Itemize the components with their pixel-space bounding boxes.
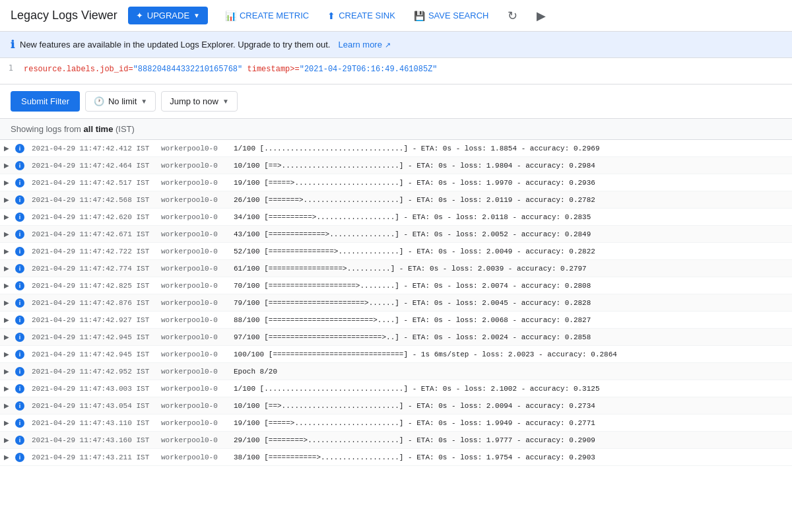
query-text[interactable]: resource.labels.job_id="8882048443322101… [21,63,792,76]
log-row[interactable]: ▶ i 2021-04-29 11:47:43.211 IST workerpo… [0,449,792,466]
app-title: Legacy Logs Viewer [11,9,117,22]
log-timestamp: 2021-04-29 11:47:42.774 IST [26,265,158,273]
log-row[interactable]: ▶ i 2021-04-29 11:47:42.412 IST workerpo… [0,140,792,157]
submit-filter-button[interactable]: Submit Filter [11,91,80,112]
expand-icon[interactable]: ▶ [0,162,13,169]
log-source: workerpool0-0 [158,230,231,238]
log-message: 70/100 [====================>........] -… [231,282,792,290]
info-severity-icon: i [15,264,24,273]
log-message: 79/100 [======================>......] -… [231,299,792,307]
info-severity-icon: i [15,333,24,342]
log-row[interactable]: ▶ i 2021-04-29 11:47:42.774 IST workerpo… [0,260,792,277]
info-severity-icon: i [15,367,24,376]
log-row[interactable]: ▶ i 2021-04-29 11:47:42.927 IST workerpo… [0,312,792,329]
severity-badge: i [13,144,26,153]
showing-text: Showing logs from all time (IST) [0,119,792,140]
log-source: workerpool0-0 [158,162,231,170]
log-message: 1/100 [................................]… [231,385,792,393]
expand-icon[interactable]: ▶ [0,179,13,186]
severity-badge: i [13,281,26,290]
query-editor[interactable]: 1 resource.labels.job_id="88820484433221… [0,58,792,84]
expand-icon[interactable]: ▶ [0,436,13,444]
severity-badge: i [13,316,26,325]
log-row[interactable]: ▶ i 2021-04-29 11:47:42.945 IST workerpo… [0,329,792,346]
expand-icon[interactable]: ▶ [0,230,13,238]
log-row[interactable]: ▶ i 2021-04-29 11:47:43.003 IST workerpo… [0,380,792,397]
expand-icon[interactable]: ▶ [0,419,13,426]
external-link-icon: ↗ [385,41,391,49]
log-row[interactable]: ▶ i 2021-04-29 11:47:42.722 IST workerpo… [0,243,792,260]
expand-icon[interactable]: ▶ [0,196,13,203]
no-limit-dropdown[interactable]: 🕐 No limit ▼ [85,91,156,112]
upgrade-label: UPGRADE [147,11,189,20]
log-timestamp: 2021-04-29 11:47:42.722 IST [26,248,158,255]
chart-icon: 📊 [225,11,236,21]
upgrade-star-icon: ✦ [136,11,143,20]
severity-badge: i [13,247,26,256]
log-row[interactable]: ▶ i 2021-04-29 11:47:42.568 IST workerpo… [0,191,792,209]
log-message: 10/100 [==>...........................] … [231,162,792,170]
expand-icon[interactable]: ▶ [0,248,13,255]
save-search-button[interactable]: 💾 SAVE SEARCH [407,7,496,25]
info-severity-icon: i [15,401,24,411]
learn-more-link[interactable]: Learn more ↗ [338,40,390,50]
play-button[interactable]: ▶ [529,4,553,28]
log-source: workerpool0-0 [158,402,231,410]
severity-badge: i [13,350,26,359]
refresh-button[interactable]: ↻ [500,4,524,28]
log-row[interactable]: ▶ i 2021-04-29 11:47:42.671 IST workerpo… [0,226,792,243]
log-timestamp: 2021-04-29 11:47:42.927 IST [26,316,158,324]
log-row[interactable]: ▶ i 2021-04-29 11:47:42.517 IST workerpo… [0,174,792,191]
severity-badge: i [13,195,26,205]
severity-badge: i [13,333,26,342]
log-timestamp: 2021-04-29 11:47:42.671 IST [26,230,158,238]
create-sink-button[interactable]: ⬆ CREATE SINK [321,7,402,25]
expand-icon[interactable]: ▶ [0,282,13,289]
expand-icon[interactable]: ▶ [0,368,13,375]
log-row[interactable]: ▶ i 2021-04-29 11:47:42.945 IST workerpo… [0,346,792,363]
log-message: Epoch 8/20 [231,368,792,376]
upgrade-button[interactable]: ✦ UPGRADE ▼ [128,7,208,24]
info-severity-icon: i [15,316,24,325]
expand-icon[interactable]: ▶ [0,316,13,323]
log-row[interactable]: ▶ i 2021-04-29 11:47:42.952 IST workerpo… [0,363,792,380]
expand-icon[interactable]: ▶ [0,453,13,461]
log-timestamp: 2021-04-29 11:47:42.952 IST [26,368,158,376]
expand-icon[interactable]: ▶ [0,213,13,220]
log-row[interactable]: ▶ i 2021-04-29 11:47:42.620 IST workerpo… [0,209,792,226]
log-source: workerpool0-0 [158,333,231,341]
expand-icon[interactable]: ▶ [0,299,13,306]
severity-badge: i [13,367,26,376]
time-range: all time [84,124,114,134]
info-severity-icon: i [15,144,24,153]
log-row[interactable]: ▶ i 2021-04-29 11:47:43.160 IST workerpo… [0,432,792,449]
log-row[interactable]: ▶ i 2021-04-29 11:47:42.876 IST workerpo… [0,294,792,312]
log-source: workerpool0-0 [158,248,231,255]
info-severity-icon: i [15,418,24,428]
log-message: 19/100 [=====>........................] … [231,419,792,427]
severity-badge: i [13,401,26,411]
info-severity-icon: i [15,230,24,239]
expand-icon[interactable]: ▶ [0,402,13,409]
log-row[interactable]: ▶ i 2021-04-29 11:47:42.464 IST workerpo… [0,157,792,174]
jump-to-now-dropdown[interactable]: Jump to now ▼ [161,91,238,112]
create-metric-button[interactable]: 📊 CREATE METRIC [218,7,315,25]
upgrade-chevron-icon: ▼ [193,12,200,19]
info-banner: ℹ New features are available in the upda… [0,32,792,58]
log-message: 52/100 [===============>..............] … [231,248,792,255]
log-row[interactable]: ▶ i 2021-04-29 11:47:43.110 IST workerpo… [0,415,792,432]
expand-icon[interactable]: ▶ [0,385,13,392]
log-row[interactable]: ▶ i 2021-04-29 11:47:42.825 IST workerpo… [0,277,792,294]
expand-icon[interactable]: ▶ [0,333,13,341]
log-message: 38/100 [===========>..................] … [231,453,792,461]
expand-icon[interactable]: ▶ [0,145,13,152]
expand-icon[interactable]: ▶ [0,350,13,358]
severity-badge: i [13,298,26,308]
expand-icon[interactable]: ▶ [0,265,13,272]
log-row[interactable]: ▶ i 2021-04-29 11:47:43.054 IST workerpo… [0,397,792,415]
log-message: 19/100 [=====>........................] … [231,179,792,187]
severity-badge: i [13,436,26,445]
refresh-icon: ↻ [508,9,517,23]
info-severity-icon: i [15,298,24,308]
log-message: 97/100 [==========================>..] -… [231,333,792,341]
